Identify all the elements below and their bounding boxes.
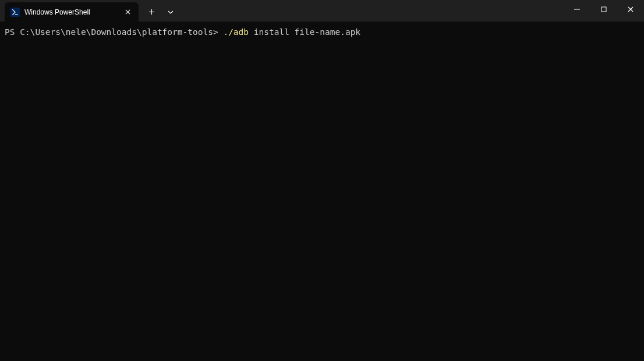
close-window-button[interactable] xyxy=(617,0,644,19)
tab-close-button[interactable] xyxy=(122,7,133,17)
window-controls xyxy=(564,0,644,22)
new-tab-button[interactable] xyxy=(141,2,162,22)
tabs-area: Windows PowerShell xyxy=(0,0,179,22)
minimize-button[interactable] xyxy=(564,0,590,19)
prompt-text: PS C:\Users\nele\Downloads\platform-tool… xyxy=(5,27,223,37)
title-bar: Windows PowerShell xyxy=(0,0,644,22)
command-args: install file-name.apk xyxy=(249,27,360,37)
terminal-line: PS C:\Users\nele\Downloads\platform-tool… xyxy=(5,26,639,38)
terminal-body[interactable]: PS C:\Users\nele\Downloads\platform-tool… xyxy=(0,22,644,361)
svg-rect-6 xyxy=(601,7,606,12)
tab-powershell[interactable]: Windows PowerShell xyxy=(5,2,139,22)
command-highlighted: /adb xyxy=(228,27,249,37)
powershell-icon xyxy=(10,8,20,17)
tab-dropdown-button[interactable] xyxy=(162,2,179,22)
tab-title: Windows PowerShell xyxy=(24,8,119,16)
command-prefix: . xyxy=(223,27,228,37)
maximize-button[interactable] xyxy=(590,0,617,19)
